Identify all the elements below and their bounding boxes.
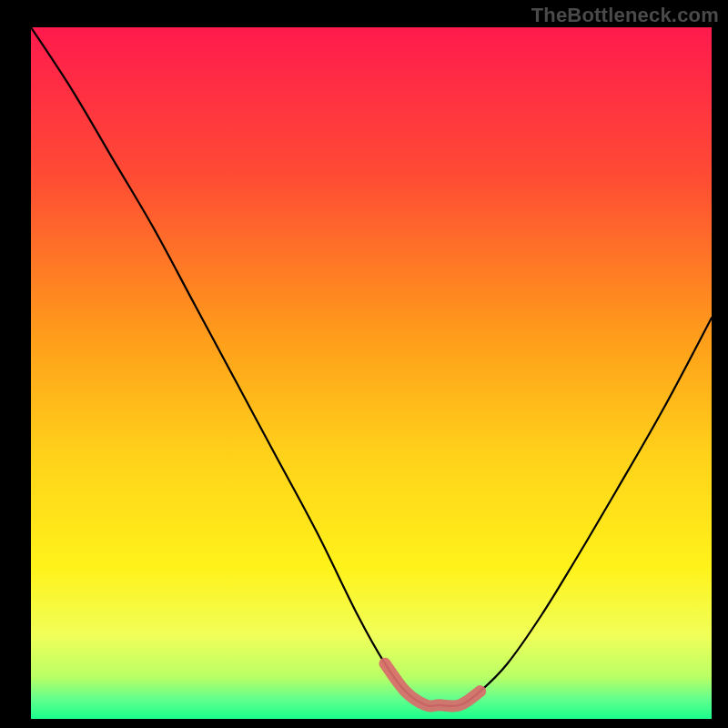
plot-background (31, 27, 712, 719)
chart-frame: TheBottleneck.com (0, 0, 728, 728)
bottleneck-chart (31, 27, 712, 719)
watermark-text: TheBottleneck.com (531, 4, 719, 27)
